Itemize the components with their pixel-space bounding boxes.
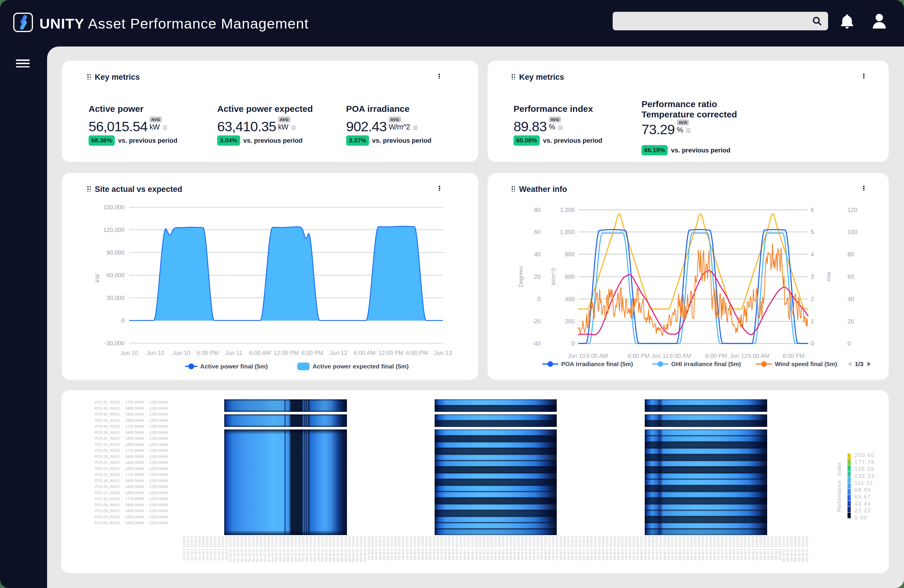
svg-text:6/10/24, 1:30 AM: 6/10/24, 1:30 AM xyxy=(755,536,759,560)
svg-text:6:00 PM: 6:00 PM xyxy=(705,352,727,359)
svg-text:6/10/24, 9:15 AM: 6/10/24, 9:15 AM xyxy=(398,536,401,560)
svg-text:100: 100 xyxy=(847,229,857,235)
svg-text:6/10/24, 2:45 AM: 6/10/24, 2:45 AM xyxy=(697,536,701,560)
svg-text:6/10/24, 12:25 PM: 6/10/24, 12:25 PM xyxy=(251,536,255,562)
svg-text:PCS-48_INV01 - 1656.00kW -: PCS-48_INV01 - 1656.00kW - 1250.00kW xyxy=(95,406,168,411)
svg-text:6/10/24, 10:25 AM: 6/10/24, 10:25 AM xyxy=(344,536,348,562)
svg-text:6/10/24, 7:55 AM: 6/10/24, 7:55 AM xyxy=(459,536,463,560)
svg-text:6/10/24, 8:45 AM: 6/10/24, 8:45 AM xyxy=(421,536,424,560)
svg-text:PCS-43_INV01 - 1600.00kW -: PCS-43_INV01 - 1600.00kW - 1250.00kW xyxy=(95,419,168,423)
svg-text:6/10/24, 8:30 AM: 6/10/24, 8:30 AM xyxy=(432,536,436,560)
svg-text:6/10/24, 6:10 AM: 6/10/24, 6:10 AM xyxy=(540,536,544,560)
svg-text:PCS-38_INV01 - 1656.00kW -: PCS-38_INV01 - 1656.00kW - 1250.00kW xyxy=(95,430,168,435)
svg-text:6/10/24, 1:00 PM: 6/10/24, 1:00 PM xyxy=(225,536,228,560)
svg-text:-20: -20 xyxy=(532,318,541,325)
svg-text:PCS-10_INV02 - 1725.00kW -: PCS-10_INV02 - 1725.00kW - 1250.00kW xyxy=(95,497,168,501)
svg-text:Jun 12: Jun 12 xyxy=(330,349,347,356)
svg-text:3: 3 xyxy=(811,273,814,280)
svg-text:6/10/24, 11:50 AM: 6/10/24, 11:50 AM xyxy=(279,536,282,562)
svg-text:6/10/24, 7:40 AM: 6/10/24, 7:40 AM xyxy=(471,536,474,560)
svg-text:12:00 PM: 12:00 PM xyxy=(378,349,403,356)
svg-text:6:00 AM: 6:00 AM xyxy=(354,349,376,356)
svg-text:6/10/24, 2:30 AM: 6/10/24, 2:30 AM xyxy=(709,536,713,560)
svg-text:6/10/24, 4:30 AM: 6/10/24, 4:30 AM xyxy=(617,536,620,560)
svg-text:0.00: 0.00 xyxy=(855,515,868,521)
svg-text:PCS-35_INV01 - 1656.00kW -: PCS-35_INV01 - 1656.00kW - 1250.00kW xyxy=(95,436,168,441)
svg-text:1/3: 1/3 xyxy=(855,360,863,367)
svg-text:6/10/24, 6:15 AM: 6/10/24, 6:15 AM xyxy=(536,536,540,560)
svg-text:6/10/24, 11:20 AM: 6/10/24, 11:20 AM xyxy=(302,536,305,562)
svg-text:1,000: 1,000 xyxy=(560,229,575,235)
svg-text:6/10/24, 7:15 AM: 6/10/24, 7:15 AM xyxy=(490,536,493,560)
svg-text:6:00 AM: 6:00 AM xyxy=(249,349,271,356)
svg-text:6/10/24, 12:00 PM: 6/10/24, 12:00 PM xyxy=(271,536,274,562)
svg-text:6/10/24, 3:50 AM: 6/10/24, 3:50 AM xyxy=(647,536,651,560)
svg-text:6/10/24, 12:35 PM: 6/10/24, 12:35 PM xyxy=(244,536,248,562)
svg-text:6/10/24, 7:10 AM: 6/10/24, 7:10 AM xyxy=(494,536,497,560)
svg-text:6/10/24, 4:10 AM: 6/10/24, 4:10 AM xyxy=(632,536,635,560)
svg-text:6/10/24, 8:10 AM: 6/10/24, 8:10 AM xyxy=(447,536,451,560)
svg-text:6/10/24, 1:50 PM: 6/10/24, 1:50 PM xyxy=(186,536,190,560)
svg-text:44.44: 44.44 xyxy=(855,501,871,507)
svg-text:6/10/24, 11:55 AM: 6/10/24, 11:55 AM xyxy=(275,536,278,562)
svg-text:6/10/24, 8:15 AM: 6/10/24, 8:15 AM xyxy=(444,536,447,560)
svg-text:6/10/24, 3:30 AM: 6/10/24, 3:30 AM xyxy=(663,536,667,560)
svg-text:6:00 PM: 6:00 PM xyxy=(628,352,650,359)
svg-text:6/10/24, 3:35 AM: 6/10/24, 3:35 AM xyxy=(659,536,662,560)
svg-text:Jun 10: Jun 10 xyxy=(567,352,585,359)
svg-text:6/10/24, 9:35 AM: 6/10/24, 9:35 AM xyxy=(382,536,386,560)
svg-text:40: 40 xyxy=(847,296,854,302)
svg-text:6/10/24, 6:50 AM: 6/10/24, 6:50 AM xyxy=(509,536,513,560)
svg-text:6/10/24, 10:35 AM: 6/10/24, 10:35 AM xyxy=(336,536,340,562)
svg-text:6/10/24, 12:25 AM: 6/10/24, 12:25 AM xyxy=(805,536,809,562)
svg-text:6/10/24, 4:55 AM: 6/10/24, 4:55 AM xyxy=(597,536,601,560)
svg-text:Jun 11: Jun 11 xyxy=(651,352,669,359)
svg-text:6/10/24, 2:20 AM: 6/10/24, 2:20 AM xyxy=(716,536,720,560)
svg-text:6/10/24, 9:45 AM: 6/10/24, 9:45 AM xyxy=(375,536,378,560)
svg-text:PCS-33_INV01 - 1600.00kW -: PCS-33_INV01 - 1600.00kW - 1250.00kW xyxy=(95,443,168,447)
svg-text:6:00 PM: 6:00 PM xyxy=(783,352,804,359)
svg-text:800: 800 xyxy=(565,251,575,258)
svg-text:6:00 PM: 6:00 PM xyxy=(406,349,428,356)
svg-text:6/10/24, 6:25 AM: 6/10/24, 6:25 AM xyxy=(528,536,532,560)
svg-text:6/10/24, 1:45 PM: 6/10/24, 1:45 PM xyxy=(190,536,194,560)
svg-text:6/10/24, 12:40 PM: 6/10/24, 12:40 PM xyxy=(240,536,243,562)
svg-text:W/m^2: W/m^2 xyxy=(550,268,556,286)
svg-text:Jun 10: Jun 10 xyxy=(120,349,138,356)
svg-text:6/10/24, 5:40 AM: 6/10/24, 5:40 AM xyxy=(563,536,566,560)
svg-text:6/10/24, 2:35 AM: 6/10/24, 2:35 AM xyxy=(705,536,709,560)
svg-text:6/10/24, 6:45 AM: 6/10/24, 6:45 AM xyxy=(513,536,517,560)
svg-text:Degrees: Degrees xyxy=(518,266,524,287)
svg-text:6/10/24, 4:40 AM: 6/10/24, 4:40 AM xyxy=(609,536,613,560)
svg-text:60: 60 xyxy=(534,229,541,235)
svg-text:6/10/24, 5:55 AM: 6/10/24, 5:55 AM xyxy=(552,536,555,560)
svg-text:6/10/24, 3:45 AM: 6/10/24, 3:45 AM xyxy=(651,536,655,560)
svg-text:6/10/24, 12:30 AM: 6/10/24, 12:30 AM xyxy=(801,536,805,562)
svg-text:6/10/24, 3:10 AM: 6/10/24, 3:10 AM xyxy=(678,536,682,560)
svg-text:PCS-03_INV01 - 1600.00kW -: PCS-03_INV01 - 1600.00kW - 1250.00kW xyxy=(95,515,168,519)
svg-text:60: 60 xyxy=(847,273,854,280)
svg-text:6/10/24, 12:45 PM: 6/10/24, 12:45 PM xyxy=(236,536,240,562)
svg-text:6/10/24, 8:40 AM: 6/10/24, 8:40 AM xyxy=(425,536,428,560)
svg-text:Jun 10: Jun 10 xyxy=(173,349,190,356)
svg-text:6/10/24, 8:50 AM: 6/10/24, 8:50 AM xyxy=(417,536,420,560)
svg-text:6/10/24, 10:45 AM: 6/10/24, 10:45 AM xyxy=(329,536,332,562)
svg-text:6/10/24, 1:30 PM: 6/10/24, 1:30 PM xyxy=(202,536,205,560)
svg-text:6/10/24, 3:40 AM: 6/10/24, 3:40 AM xyxy=(655,536,659,560)
svg-text:6/10/24, 4:15 AM: 6/10/24, 4:15 AM xyxy=(628,536,632,560)
svg-text:12:00 PM: 12:00 PM xyxy=(274,349,299,356)
svg-text:66.67: 66.67 xyxy=(855,494,871,500)
svg-text:6/10/24, 7:20 AM: 6/10/24, 7:20 AM xyxy=(486,536,490,560)
svg-text:6/10/24, 3:00 AM: 6/10/24, 3:00 AM xyxy=(686,536,689,560)
svg-text:-40: -40 xyxy=(532,340,541,347)
svg-text:0: 0 xyxy=(811,340,814,347)
svg-text:6: 6 xyxy=(811,207,814,213)
svg-text:6/10/24, 11:15 AM: 6/10/24, 11:15 AM xyxy=(305,536,309,562)
svg-text:6/10/24, 4:20 AM: 6/10/24, 4:20 AM xyxy=(624,536,628,560)
svg-text:6/10/24, 12:45 AM: 6/10/24, 12:45 AM xyxy=(790,536,793,562)
svg-text:6/10/24, 6:20 AM: 6/10/24, 6:20 AM xyxy=(533,536,536,560)
svg-text:PCS-13_INV01 - 1600.00kW -: PCS-13_INV01 - 1600.00kW - 1250.00kW xyxy=(95,491,168,495)
svg-text:PCS-20_INV02 - 1725.00kW -: PCS-20_INV02 - 1725.00kW - 1250.00kW xyxy=(95,473,168,477)
svg-text:6/10/24, 11:25 AM: 6/10/24, 11:25 AM xyxy=(298,536,301,562)
svg-text:6/10/24, 4:35 AM: 6/10/24, 4:35 AM xyxy=(613,536,616,560)
